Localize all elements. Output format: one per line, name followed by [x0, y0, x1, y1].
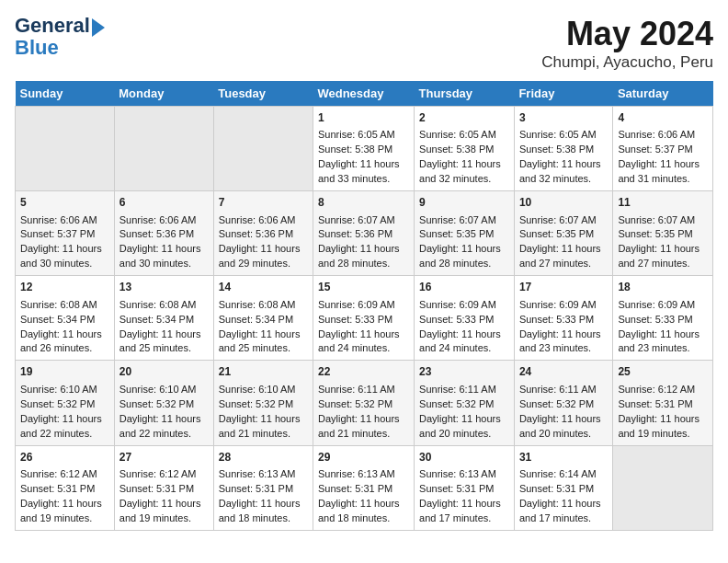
calendar-cell: 22Sunrise: 6:11 AM Sunset: 5:32 PM Dayli…: [313, 361, 414, 445]
calendar-cell: 2Sunrise: 6:05 AM Sunset: 5:38 PM Daylig…: [415, 107, 515, 191]
day-info: Sunrise: 6:06 AM Sunset: 5:36 PM Dayligh…: [219, 214, 301, 270]
calendar-cell: 11Sunrise: 6:07 AM Sunset: 5:35 PM Dayli…: [613, 191, 713, 276]
day-info: Sunrise: 6:05 AM Sunset: 5:38 PM Dayligh…: [318, 129, 400, 184]
day-info: Sunrise: 6:06 AM Sunset: 5:36 PM Dayligh…: [119, 214, 201, 270]
calendar-cell: 23Sunrise: 6:11 AM Sunset: 5:32 PM Dayli…: [415, 361, 515, 445]
calendar-cell: 28Sunrise: 6:13 AM Sunset: 5:31 PM Dayli…: [213, 445, 313, 530]
day-info: Sunrise: 6:10 AM Sunset: 5:32 PM Dayligh…: [219, 384, 301, 439]
title-block: May 2024 Chumpi, Ayacucho, Peru: [541, 15, 713, 72]
day-number: 30: [419, 450, 509, 465]
day-info: Sunrise: 6:05 AM Sunset: 5:38 PM Dayligh…: [419, 129, 501, 184]
day-info: Sunrise: 6:09 AM Sunset: 5:33 PM Dayligh…: [318, 299, 400, 354]
day-info: Sunrise: 6:07 AM Sunset: 5:35 PM Dayligh…: [419, 214, 501, 270]
calendar-cell: 5Sunrise: 6:06 AM Sunset: 5:37 PM Daylig…: [16, 191, 115, 276]
logo: General Blue: [15, 15, 105, 59]
calendar-day-header: Tuesday: [213, 81, 313, 107]
page-header: General Blue May 2024 Chumpi, Ayacucho, …: [15, 15, 713, 72]
calendar-cell: 21Sunrise: 6:10 AM Sunset: 5:32 PM Dayli…: [213, 361, 313, 445]
calendar-cell: 17Sunrise: 6:09 AM Sunset: 5:33 PM Dayli…: [514, 276, 612, 361]
calendar-cell: 24Sunrise: 6:11 AM Sunset: 5:32 PM Dayli…: [514, 361, 612, 445]
calendar-cell: 20Sunrise: 6:10 AM Sunset: 5:32 PM Dayli…: [114, 361, 213, 445]
day-info: Sunrise: 6:09 AM Sunset: 5:33 PM Dayligh…: [419, 299, 501, 354]
calendar-title: May 2024: [541, 15, 713, 53]
day-info: Sunrise: 6:07 AM Sunset: 5:35 PM Dayligh…: [618, 214, 700, 270]
day-info: Sunrise: 6:11 AM Sunset: 5:32 PM Dayligh…: [419, 384, 501, 439]
day-number: 10: [519, 195, 608, 211]
day-number: 29: [318, 450, 409, 465]
day-number: 6: [119, 195, 209, 211]
calendar-cell: 10Sunrise: 6:07 AM Sunset: 5:35 PM Dayli…: [514, 191, 612, 276]
calendar-cell: 29Sunrise: 6:13 AM Sunset: 5:31 PM Dayli…: [313, 445, 414, 530]
calendar-week-row: 12Sunrise: 6:08 AM Sunset: 5:34 PM Dayli…: [16, 276, 713, 361]
calendar-day-header: Sunday: [16, 81, 115, 107]
logo-text-general: General: [15, 15, 90, 37]
calendar-day-header: Thursday: [415, 81, 515, 107]
day-number: 11: [618, 195, 708, 211]
day-number: 8: [318, 195, 409, 211]
day-number: 3: [519, 110, 608, 126]
day-info: Sunrise: 6:06 AM Sunset: 5:37 PM Dayligh…: [618, 129, 700, 184]
calendar-cell: 25Sunrise: 6:12 AM Sunset: 5:31 PM Dayli…: [613, 361, 713, 445]
day-number: 2: [419, 110, 509, 126]
day-number: 13: [119, 280, 209, 295]
calendar-cell: 16Sunrise: 6:09 AM Sunset: 5:33 PM Dayli…: [415, 276, 515, 361]
day-number: 15: [318, 280, 409, 295]
calendar-cell: 30Sunrise: 6:13 AM Sunset: 5:31 PM Dayli…: [415, 445, 515, 530]
day-number: 21: [219, 364, 308, 380]
calendar-week-row: 19Sunrise: 6:10 AM Sunset: 5:32 PM Dayli…: [16, 361, 713, 445]
day-number: 14: [219, 280, 308, 295]
day-info: Sunrise: 6:08 AM Sunset: 5:34 PM Dayligh…: [219, 299, 301, 354]
day-info: Sunrise: 6:06 AM Sunset: 5:37 PM Dayligh…: [20, 214, 102, 270]
day-info: Sunrise: 6:14 AM Sunset: 5:31 PM Dayligh…: [519, 468, 601, 523]
day-number: 18: [618, 280, 708, 295]
calendar-cell: 19Sunrise: 6:10 AM Sunset: 5:32 PM Dayli…: [16, 361, 115, 445]
day-info: Sunrise: 6:13 AM Sunset: 5:31 PM Dayligh…: [219, 468, 301, 523]
day-number: 24: [519, 364, 608, 380]
calendar-cell: 26Sunrise: 6:12 AM Sunset: 5:31 PM Dayli…: [16, 445, 115, 530]
logo-arrow-icon: [92, 18, 105, 37]
calendar-cell: 31Sunrise: 6:14 AM Sunset: 5:31 PM Dayli…: [514, 445, 612, 530]
calendar-table: SundayMondayTuesdayWednesdayThursdayFrid…: [15, 81, 713, 531]
calendar-day-header: Monday: [114, 81, 213, 107]
calendar-cell: 8Sunrise: 6:07 AM Sunset: 5:36 PM Daylig…: [313, 191, 414, 276]
day-info: Sunrise: 6:11 AM Sunset: 5:32 PM Dayligh…: [519, 384, 601, 439]
day-number: 19: [20, 364, 109, 380]
day-number: 23: [419, 364, 509, 380]
calendar-cell: 1Sunrise: 6:05 AM Sunset: 5:38 PM Daylig…: [313, 107, 414, 191]
day-info: Sunrise: 6:12 AM Sunset: 5:31 PM Dayligh…: [618, 384, 700, 439]
day-number: 31: [519, 450, 608, 465]
day-number: 26: [20, 450, 109, 465]
day-number: 20: [119, 364, 209, 380]
calendar-cell: [613, 445, 713, 530]
calendar-day-header: Saturday: [613, 81, 713, 107]
calendar-body: 1Sunrise: 6:05 AM Sunset: 5:38 PM Daylig…: [16, 107, 713, 531]
day-info: Sunrise: 6:10 AM Sunset: 5:32 PM Dayligh…: [119, 384, 201, 439]
day-info: Sunrise: 6:07 AM Sunset: 5:36 PM Dayligh…: [318, 214, 400, 270]
calendar-header-row: SundayMondayTuesdayWednesdayThursdayFrid…: [16, 81, 713, 107]
day-info: Sunrise: 6:13 AM Sunset: 5:31 PM Dayligh…: [318, 468, 400, 523]
calendar-cell: 3Sunrise: 6:05 AM Sunset: 5:38 PM Daylig…: [514, 107, 612, 191]
day-number: 22: [318, 364, 409, 380]
day-info: Sunrise: 6:08 AM Sunset: 5:34 PM Dayligh…: [20, 299, 102, 354]
calendar-cell: 12Sunrise: 6:08 AM Sunset: 5:34 PM Dayli…: [16, 276, 115, 361]
calendar-week-row: 1Sunrise: 6:05 AM Sunset: 5:38 PM Daylig…: [16, 107, 713, 191]
day-info: Sunrise: 6:08 AM Sunset: 5:34 PM Dayligh…: [119, 299, 201, 354]
day-number: 27: [119, 450, 209, 465]
calendar-week-row: 5Sunrise: 6:06 AM Sunset: 5:37 PM Daylig…: [16, 191, 713, 276]
calendar-cell: 18Sunrise: 6:09 AM Sunset: 5:33 PM Dayli…: [613, 276, 713, 361]
calendar-day-header: Wednesday: [313, 81, 414, 107]
logo-text-blue: Blue: [15, 37, 59, 59]
day-number: 12: [20, 280, 109, 295]
calendar-cell: 4Sunrise: 6:06 AM Sunset: 5:37 PM Daylig…: [613, 107, 713, 191]
calendar-week-row: 26Sunrise: 6:12 AM Sunset: 5:31 PM Dayli…: [16, 445, 713, 530]
day-number: 28: [219, 450, 308, 465]
day-number: 7: [219, 195, 308, 211]
day-number: 5: [20, 195, 109, 211]
day-info: Sunrise: 6:05 AM Sunset: 5:38 PM Dayligh…: [519, 129, 601, 184]
day-number: 9: [419, 195, 509, 211]
day-info: Sunrise: 6:13 AM Sunset: 5:31 PM Dayligh…: [419, 468, 501, 523]
calendar-day-header: Friday: [514, 81, 612, 107]
day-info: Sunrise: 6:09 AM Sunset: 5:33 PM Dayligh…: [519, 299, 601, 354]
calendar-subtitle: Chumpi, Ayacucho, Peru: [541, 53, 713, 72]
calendar-cell: 6Sunrise: 6:06 AM Sunset: 5:36 PM Daylig…: [114, 191, 213, 276]
